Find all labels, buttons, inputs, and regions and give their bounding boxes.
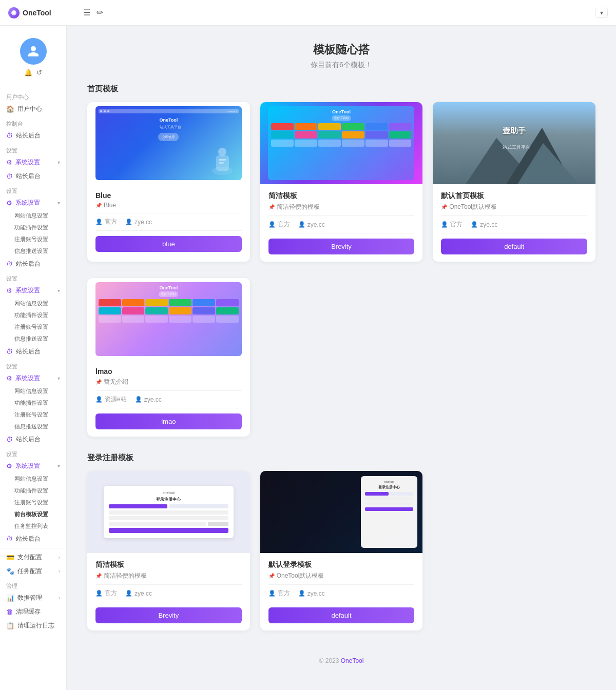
gear-icon-5: ⚙ bbox=[6, 462, 12, 470]
clock-icon: ⏱ bbox=[6, 132, 13, 140]
bi-9 bbox=[318, 131, 341, 139]
edit-icon[interactable]: ✏ bbox=[97, 8, 103, 17]
sidebar-item-admin-6[interactable]: ⏱ 站长后台 bbox=[0, 532, 66, 546]
sidebar-sub-site-info-2[interactable]: 网站信息设置 bbox=[0, 298, 66, 309]
template-desc-default: 📌 OneTool默认模板 bbox=[441, 203, 587, 211]
section-home-title: 首页模板 bbox=[87, 84, 595, 94]
sidebar-item-admin[interactable]: ⏱ 站长后台 bbox=[0, 129, 66, 143]
footer-link[interactable]: OneTool bbox=[341, 657, 364, 664]
template-meta-lmao: 👤资源e站 👤zye.cc bbox=[95, 390, 242, 408]
template-desc-text-default: OneTool默认模板 bbox=[449, 203, 497, 211]
data-icon: 📊 bbox=[6, 594, 14, 602]
sidebar-sub-plugin-3[interactable]: 功能插件设置 bbox=[0, 397, 66, 409]
sidebar-sub-plugin-2[interactable]: 功能插件设置 bbox=[0, 309, 66, 321]
logo: OneTool bbox=[8, 7, 75, 18]
sidebar-admin-label-6: 站长后台 bbox=[16, 535, 41, 543]
topbar-dropdown[interactable]: ▾ bbox=[595, 8, 608, 18]
sidebar-sub-message-1[interactable]: 信息推送设置 bbox=[0, 245, 66, 257]
captcha-box bbox=[208, 522, 228, 526]
template-btn-default[interactable]: default bbox=[441, 239, 587, 254]
sidebar-sub-site-info-1[interactable]: 网站信息设置 bbox=[0, 210, 66, 222]
template-btn-brevity[interactable]: Brevity bbox=[268, 239, 415, 254]
login-mini-btn bbox=[109, 528, 228, 533]
blue-mini-figure bbox=[208, 143, 237, 176]
sidebar-item-admin-3[interactable]: ⏱ 站长后台 bbox=[0, 257, 66, 271]
sidebar-item-settings-1[interactable]: ⚙ 系统设置 ▾ bbox=[0, 155, 66, 169]
sidebar-item-user-center[interactable]: 🏠 用户中心 bbox=[0, 102, 66, 116]
lmao-mini-badge: 综合工具站 bbox=[159, 291, 178, 297]
template-preview-login-brevity: onetool 登录注册中心 bbox=[87, 471, 250, 553]
chevron-down-icon-2: ▾ bbox=[57, 200, 60, 206]
template-btn-login-brevity[interactable]: Brevity bbox=[95, 607, 242, 623]
sidebar-settings-label-3: 系统设置 bbox=[15, 286, 40, 295]
li-5 bbox=[192, 299, 215, 306]
blue-dot-1 bbox=[100, 110, 102, 112]
template-desc-brevity: 📌 简洁轻便的模板 bbox=[268, 203, 415, 211]
template-btn-lmao[interactable]: lmao bbox=[95, 413, 242, 429]
sidebar-sub-task-list[interactable]: 任务监控列表 bbox=[0, 520, 66, 532]
preview-inner-brevity: OneTool 综合工具站 bbox=[260, 102, 423, 184]
clock-icon-2: ⏱ bbox=[6, 172, 13, 180]
template-user-login-brevity: 👤zye.cc bbox=[125, 589, 152, 598]
mountain-sub: 一站式工具平台 bbox=[498, 144, 530, 151]
sidebar-sub-message-2[interactable]: 信息推送设置 bbox=[0, 333, 66, 345]
pin-icon-default: 📌 bbox=[441, 204, 447, 210]
sidebar-item-settings-5[interactable]: ⚙ 系统设置 ▾ bbox=[0, 459, 66, 473]
sidebar-item-clear-cache[interactable]: 🗑 清理缓存 bbox=[0, 605, 66, 619]
lmao-mini-mockup: OneTool 综合工具站 bbox=[95, 282, 242, 356]
template-info-lmao: lmao 📌 暂无介绍 👤资源e站 👤zye.cc lmao bbox=[87, 360, 250, 437]
login-form-mini: onetool 登录注册中心 bbox=[104, 486, 234, 538]
template-btn-login-default[interactable]: default bbox=[268, 607, 415, 623]
sidebar-item-payment[interactable]: 💳 支付配置 › bbox=[0, 550, 66, 564]
template-user-brevity: 👤zye.cc bbox=[298, 220, 325, 229]
sidebar-item-label: 用户中心 bbox=[17, 105, 42, 113]
sidebar-item-settings-2[interactable]: ⚙ 系统设置 ▾ bbox=[0, 196, 66, 210]
sidebar-sub-site-info-3[interactable]: 网站信息设置 bbox=[0, 385, 66, 397]
lmao-mini-icons bbox=[99, 299, 239, 314]
avatar-section: 🔔 ↺ bbox=[0, 32, 66, 85]
home-template-grid-2: OneTool 综合工具站 bbox=[87, 278, 595, 437]
template-btn-blue[interactable]: blue bbox=[95, 236, 242, 252]
menu-icon[interactable]: ☰ bbox=[83, 8, 90, 17]
sidebar-sub-plugin-4[interactable]: 功能插件设置 bbox=[0, 485, 66, 497]
bell-icon[interactable]: 🔔 bbox=[24, 69, 32, 76]
sidebar-sub-register-2[interactable]: 注册账号设置 bbox=[0, 321, 66, 333]
sidebar-item-admin-2[interactable]: ⏱ 站长后台 bbox=[0, 169, 66, 183]
login-input-3 bbox=[109, 522, 206, 526]
sidebar-sub-template[interactable]: 前台模板设置 bbox=[0, 508, 66, 520]
refresh-icon[interactable]: ↺ bbox=[36, 69, 42, 76]
sidebar-sub-register-1[interactable]: 注册账号设置 bbox=[0, 233, 66, 245]
template-author-login-brevity: 👤官方 bbox=[95, 589, 117, 598]
template-user-default: 👤zye.cc bbox=[471, 220, 497, 229]
section-label-settings-2: 设置 bbox=[0, 183, 66, 196]
sidebar-sub-message-3[interactable]: 信息推送设置 bbox=[0, 421, 66, 432]
template-desc-blue: 📌 Blue bbox=[95, 202, 242, 209]
user-icon-blue-2: 👤 bbox=[125, 219, 132, 225]
li-17 bbox=[192, 316, 215, 323]
bi-1 bbox=[271, 123, 294, 130]
dark-tab-1 bbox=[365, 492, 389, 496]
template-author-default: 👤官方 bbox=[441, 220, 463, 229]
sidebar-item-clear-log[interactable]: 📋 清理运行日志 bbox=[0, 619, 66, 633]
sidebar-item-settings-3[interactable]: ⚙ 系统设置 ▾ bbox=[0, 284, 66, 298]
sidebar-sub-register-4[interactable]: 注册账号设置 bbox=[0, 497, 66, 508]
sidebar-item-admin-4[interactable]: ⏱ 站长后台 bbox=[0, 345, 66, 359]
user-icon-lmao-1: 👤 bbox=[95, 396, 103, 403]
section-label-settings-3: 设置 bbox=[0, 271, 66, 284]
template-meta-blue: 👤官方 👤zye.cc bbox=[95, 213, 242, 231]
chevron-down-icon-5: ▾ bbox=[57, 463, 60, 469]
sidebar-item-admin-5[interactable]: ⏱ 站长后台 bbox=[0, 432, 66, 446]
sidebar-item-settings-4[interactable]: ⚙ 系统设置 ▾ bbox=[0, 371, 66, 385]
svg-point-1 bbox=[12, 11, 15, 14]
sidebar-item-task[interactable]: 🐾 任务配置 › bbox=[0, 564, 66, 578]
sidebar-sub-plugin-1[interactable]: 功能插件设置 bbox=[0, 222, 66, 233]
template-info-login-brevity: 简洁模板 📌 简洁轻便的模板 👤官方 👤zye.cc Brevity bbox=[87, 553, 250, 630]
mountain-preview: 壹助手 一站式工具平台 bbox=[433, 102, 595, 184]
sidebar-sub-register-3[interactable]: 注册账号设置 bbox=[0, 409, 66, 421]
sidebar-sub-site-info-4[interactable]: 网站信息设置 bbox=[0, 473, 66, 485]
svg-point-4 bbox=[218, 148, 226, 156]
sidebar-data-label: 数据管理 bbox=[17, 594, 42, 602]
pin-icon-brevity: 📌 bbox=[268, 204, 275, 210]
li-10 bbox=[169, 307, 191, 314]
sidebar-item-data[interactable]: 📊 数据管理 › bbox=[0, 591, 66, 605]
